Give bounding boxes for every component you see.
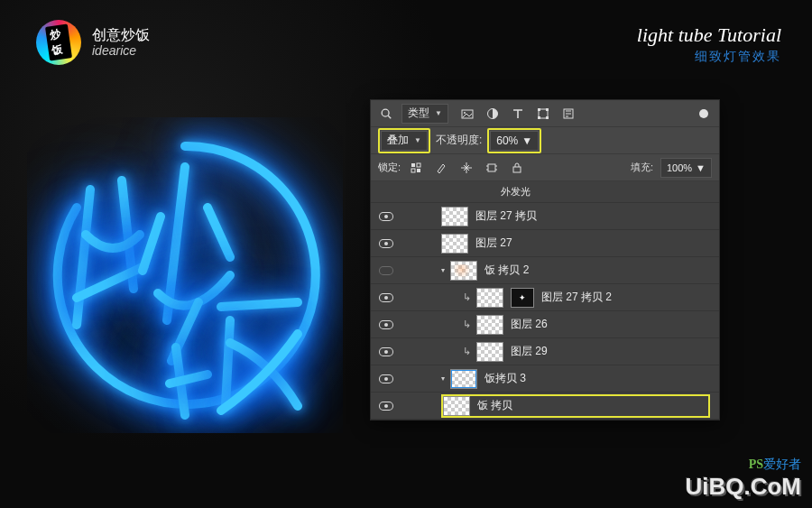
layer-filter-label: 类型 — [408, 106, 429, 121]
svg-rect-16 — [546, 108, 549, 111]
layer-effect-name: 外发光 — [501, 185, 710, 199]
svg-rect-17 — [538, 116, 540, 119]
brand-header: 创意炒饭 idearice — [36, 20, 150, 65]
svg-point-9 — [382, 109, 389, 116]
visibility-eye-icon[interactable] — [379, 239, 393, 248]
expand-caret-icon[interactable]: ▾ — [441, 266, 445, 274]
chevron-down-icon: ▼ — [414, 136, 421, 144]
svg-rect-25 — [513, 167, 521, 172]
visibility-eye-icon[interactable] — [379, 347, 393, 356]
tutorial-title: light tube Tutorial 细致灯管效果 — [637, 23, 781, 65]
opacity-value: 60% — [496, 134, 518, 147]
fill-label: 填充: — [631, 161, 653, 174]
visibility-eye-icon[interactable] — [379, 266, 393, 275]
brand-name-en: idearice — [92, 43, 150, 59]
lock-position-icon[interactable] — [458, 160, 475, 176]
filter-smart-icon[interactable] — [560, 106, 577, 122]
layer-row[interactable]: ↳✦图层 27 拷贝 2 — [371, 284, 719, 311]
filter-shape-icon[interactable] — [535, 106, 551, 122]
blend-row: 叠加 ▼ 不透明度: 60% ▼ — [371, 127, 719, 154]
layer-name: 饭拷贝 3 — [484, 371, 710, 386]
layer-filter-row: 类型 ▼ — [371, 100, 719, 127]
lock-row: 锁定: 填充: 100% ▼ — [371, 154, 719, 181]
svg-rect-24 — [488, 164, 495, 171]
layer-row[interactable]: ▾饭 拷贝 2 — [371, 257, 719, 284]
svg-line-10 — [388, 115, 391, 118]
layer-thumbnail[interactable] — [441, 207, 468, 226]
layer-row[interactable]: 饭 拷贝 — [371, 393, 719, 420]
lock-label: 锁定: — [378, 161, 401, 174]
layer-name: 饭 拷贝 — [477, 398, 708, 413]
filter-toggle-icon[interactable] — [699, 109, 708, 118]
fill-input[interactable]: 100% ▼ — [660, 158, 712, 178]
layers-panel: 类型 ▼ 叠加 ▼ 不透明度: 60% ▼ 锁定: — [370, 99, 720, 420]
visibility-eye-icon[interactable] — [379, 212, 393, 221]
layer-row[interactable]: ▾饭拷贝 3 — [371, 365, 719, 393]
tutorial-title-en: light tube Tutorial — [637, 23, 781, 47]
lock-artboard-icon[interactable] — [484, 160, 500, 176]
svg-line-4 — [143, 217, 161, 271]
search-icon[interactable] — [378, 106, 394, 122]
layer-row[interactable]: ↳图层 29 — [371, 338, 719, 365]
svg-rect-20 — [411, 163, 415, 167]
layer-thumbnail[interactable] — [441, 234, 468, 254]
visibility-eye-icon[interactable] — [379, 320, 393, 329]
layer-mask-thumbnail[interactable]: ✦ — [511, 288, 534, 308]
layer-row[interactable]: ↳图层 26 — [371, 311, 719, 338]
chevron-down-icon: ▼ — [521, 134, 532, 147]
layer-name: 图层 27 — [475, 236, 710, 251]
layer-name: 图层 26 — [511, 317, 710, 332]
brand-badge-icon — [36, 20, 81, 65]
svg-rect-21 — [417, 163, 420, 167]
lock-all-icon[interactable] — [509, 160, 525, 176]
brand-name-cn: 创意炒饭 — [92, 26, 150, 43]
layer-highlight: 饭 拷贝 — [441, 394, 710, 418]
filter-adjust-icon[interactable] — [484, 106, 501, 122]
visibility-eye-icon[interactable] — [379, 293, 393, 302]
opacity-input[interactable]: 60% ▼ — [490, 131, 539, 151]
tutorial-title-cn: 细致灯管效果 — [637, 49, 781, 65]
layer-effect-row[interactable]: 外发光 — [371, 181, 719, 203]
layer-filter-select[interactable]: 类型 ▼ — [401, 104, 448, 124]
layer-thumbnail[interactable] — [443, 396, 470, 416]
filter-type-icon[interactable] — [510, 106, 526, 122]
svg-line-5 — [208, 208, 230, 257]
chevron-down-icon: ▼ — [696, 162, 706, 173]
watermark: PS爱好者 UiBQ.CoM — [685, 457, 801, 501]
watermark-url: UiBQ.CoM — [685, 473, 801, 501]
blend-mode-value: 叠加 — [387, 133, 409, 148]
svg-point-12 — [464, 112, 466, 114]
layer-name: 饭 拷贝 2 — [484, 263, 710, 278]
layer-row[interactable]: 图层 27 — [371, 230, 719, 257]
clip-link-icon: ↳ — [463, 346, 471, 357]
layer-thumbnail[interactable] — [450, 261, 477, 281]
layer-thumbnail[interactable] — [450, 369, 477, 389]
expand-caret-icon[interactable]: ▾ — [441, 374, 445, 383]
svg-rect-23 — [417, 169, 420, 172]
blend-highlight: 叠加 ▼ — [378, 128, 430, 153]
lock-pixels-icon[interactable] — [433, 160, 449, 176]
layer-row[interactable]: 图层 27 拷贝 — [371, 203, 719, 230]
chevron-down-icon: ▼ — [435, 109, 442, 117]
lock-transparency-icon[interactable] — [408, 160, 424, 176]
layer-name: 图层 29 — [511, 344, 710, 359]
layer-thumbnail[interactable] — [476, 288, 503, 308]
svg-rect-22 — [411, 169, 415, 172]
blend-mode-select[interactable]: 叠加 ▼ — [381, 131, 428, 151]
neon-artwork — [27, 117, 343, 433]
layer-thumbnail[interactable] — [476, 342, 503, 362]
filter-pixel-icon[interactable] — [459, 106, 475, 122]
opacity-label: 不透明度: — [436, 133, 482, 148]
opacity-highlight: 60% ▼ — [487, 128, 541, 153]
fill-value: 100% — [667, 162, 692, 173]
brand-text: 创意炒饭 idearice — [92, 26, 150, 59]
layer-name: 图层 27 拷贝 2 — [541, 290, 710, 305]
clip-link-icon: ↳ — [463, 291, 471, 303]
watermark-subtitle: PS爱好者 — [685, 457, 801, 473]
layer-list: 外发光 图层 27 拷贝图层 27▾饭 拷贝 2↳✦图层 27 拷贝 2↳图层 … — [371, 181, 719, 420]
layer-thumbnail[interactable] — [476, 315, 503, 335]
visibility-eye-icon[interactable] — [379, 374, 393, 383]
layer-name: 图层 27 拷贝 — [475, 208, 710, 224]
svg-rect-15 — [538, 108, 540, 111]
visibility-eye-icon[interactable] — [379, 402, 393, 411]
